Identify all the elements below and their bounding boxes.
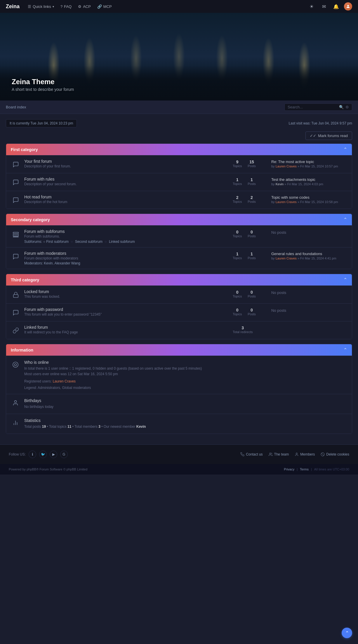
forum-name[interactable]: Linked forum — [24, 325, 229, 330]
forum-stats: 1 Topics 1 Posts — [233, 177, 268, 186]
forum-name[interactable]: Forum with moderators — [24, 251, 229, 256]
acp-link[interactable]: ⚙ ACP — [76, 3, 93, 10]
topics-stat: 0 Topics — [233, 290, 242, 298]
forum-info: Forum with password This forum will ask … — [24, 307, 229, 316]
moderator-link[interactable]: Alexander Wang — [54, 261, 80, 265]
birthday-icon — [11, 398, 20, 408]
subforum-link[interactable]: Second subforum — [75, 240, 102, 244]
search-input[interactable] — [288, 105, 337, 109]
statistics-content: Statistics Total posts 19 • Total topics… — [24, 418, 347, 430]
topics-stat: 9 Topics — [233, 160, 242, 168]
no-posts: No posts — [271, 308, 347, 313]
quick-links-menu[interactable]: ☰ Quick links ▾ — [25, 3, 56, 10]
last-post-user[interactable]: Lauren Craves — [276, 200, 297, 204]
online-text: In total there is 1 user online :: 1 reg… — [24, 366, 347, 377]
statistics-icon — [11, 418, 20, 427]
mcp-link[interactable]: 🔗 MCP — [95, 3, 114, 10]
posts-stat: 0 Posts — [248, 290, 256, 298]
forum-icon-normal — [11, 160, 21, 169]
no-posts: No posts — [271, 290, 347, 295]
posts-label: Posts — [248, 312, 256, 316]
forum-row: Forum with rules Description of your sec… — [6, 173, 352, 191]
site-logo[interactable]: Zeina — [6, 4, 20, 10]
posts-label: Posts — [248, 295, 256, 298]
topics-label: Topics — [233, 295, 242, 298]
notifications-button[interactable]: 🔔 — [332, 2, 340, 11]
last-post-title[interactable]: General rules and foundations — [271, 252, 347, 256]
category-secondary: Secondary category ⌃ Forum with subforum… — [6, 214, 352, 269]
hero-subtitle: A short text to describe your forum — [12, 87, 74, 92]
topics-label: Topics — [233, 182, 242, 186]
category-third-header[interactable]: Third category ⌃ — [6, 274, 352, 285]
forum-stats-redirects: 3 Total redirects — [233, 325, 268, 334]
search-settings-icon[interactable]: ⚙ — [345, 105, 349, 109]
forum-name[interactable]: Forum with subforums — [24, 229, 229, 234]
last-post-title[interactable]: Re: The most active topic — [271, 160, 347, 164]
the-team-link[interactable]: The team — [269, 452, 289, 456]
forum-last-post: No posts — [271, 229, 347, 235]
separator: | — [311, 468, 312, 471]
terms-link[interactable]: Terms — [300, 468, 309, 471]
subforum-link[interactable]: ○ First subforum — [43, 240, 69, 244]
faq-link[interactable]: ? FAQ — [58, 3, 74, 10]
category-secondary-toggle[interactable]: ⌃ — [343, 217, 347, 222]
forum-row: Forum with password This forum will ask … — [6, 303, 352, 321]
forum-desc: It will redirect you to the FAQ page — [24, 330, 229, 334]
forum-name[interactable]: Hot read forum — [24, 195, 229, 199]
forum-row: Hot read forum Description of the hot fo… — [6, 191, 352, 209]
messages-button[interactable]: ✉ — [319, 2, 328, 11]
mcp-label: MCP — [103, 4, 112, 9]
social-youtube-icon[interactable]: ▶ — [50, 451, 57, 458]
subforum-link[interactable]: Linked subforum — [109, 240, 135, 244]
forum-last-post: No posts — [271, 307, 347, 313]
forum-last-post: General rules and foundations by Lauren … — [271, 251, 347, 260]
posts-number: 0 — [248, 230, 256, 234]
topics-number: 0 — [233, 230, 242, 234]
registered-user-link[interactable]: Lauren Craves — [53, 379, 76, 383]
category-first-toggle[interactable]: ⌃ — [343, 147, 347, 152]
posts-stat: 1 Posts — [248, 252, 256, 260]
topics-number: 2 — [233, 195, 242, 200]
category-information-toggle[interactable]: ⌃ — [343, 347, 347, 353]
last-post-date: Fri Mar 15, 2024 4:03 pm — [287, 182, 323, 186]
last-post-user[interactable]: Kevin — [276, 182, 284, 186]
category-first-header[interactable]: First category ⌃ — [6, 144, 352, 155]
category-information-title: Information — [11, 348, 33, 352]
privacy-link[interactable]: Privacy — [284, 468, 294, 471]
last-post-title[interactable]: Topic with some codes — [271, 195, 347, 200]
chevron-down-icon: ▾ — [53, 5, 54, 8]
forum-name[interactable]: Locked forum — [24, 289, 229, 294]
online-most-users: Most users ever online was 12 on Sat Mar… — [24, 372, 118, 376]
last-post-user[interactable]: Lauren Craves — [276, 165, 297, 168]
birthdays-title: Birthdays — [24, 398, 347, 403]
mark-forums-read-button[interactable]: ✓✓ Mark forums read — [305, 131, 352, 140]
category-secondary-header[interactable]: Secondary category ⌃ — [6, 214, 352, 225]
theme-toggle-button[interactable]: ☀ — [307, 2, 316, 11]
forum-last-post: Topic with some codes by Lauren Craves »… — [271, 195, 347, 204]
social-google-icon[interactable]: G — [60, 451, 68, 458]
category-information: Information ⌃ Who is online In total the… — [6, 344, 352, 434]
forum-info: Hot read forum Description of the hot fo… — [24, 195, 229, 204]
forum-row: Locked forum This forum was locked. 0 To… — [6, 285, 352, 303]
social-info-icon[interactable]: ℹ — [29, 451, 36, 458]
forum-name[interactable]: Forum with password — [24, 307, 229, 312]
user-avatar[interactable] — [344, 2, 352, 11]
mark-forums-label: Mark forums read — [318, 134, 348, 138]
category-information-header[interactable]: Information ⌃ — [6, 344, 352, 356]
members-link[interactable]: Members — [295, 452, 315, 456]
category-third-toggle[interactable]: ⌃ — [343, 277, 347, 283]
moderator-link[interactable]: Kevin — [44, 261, 53, 265]
social-twitter-icon[interactable]: 🐦 — [39, 451, 47, 458]
topics-label: Topics — [233, 234, 242, 238]
birthdays-text: No birthdays today — [24, 404, 347, 410]
forum-icon-normal — [11, 177, 21, 187]
contact-us-link[interactable]: Contact us — [240, 452, 263, 456]
last-post-date: Fri Mar 15, 2024 4:41 pm — [300, 257, 336, 260]
forum-name[interactable]: Forum with rules — [24, 177, 229, 181]
delete-cookies-link[interactable]: Delete cookies — [321, 452, 349, 456]
search-icon[interactable]: 🔍 — [339, 105, 344, 109]
last-post-user[interactable]: Lauren Craves — [276, 257, 297, 260]
board-index-link[interactable]: Board index — [6, 105, 26, 109]
forum-name[interactable]: Your first forum — [24, 159, 229, 164]
last-post-title[interactable]: Test the attachments topic — [271, 177, 347, 182]
